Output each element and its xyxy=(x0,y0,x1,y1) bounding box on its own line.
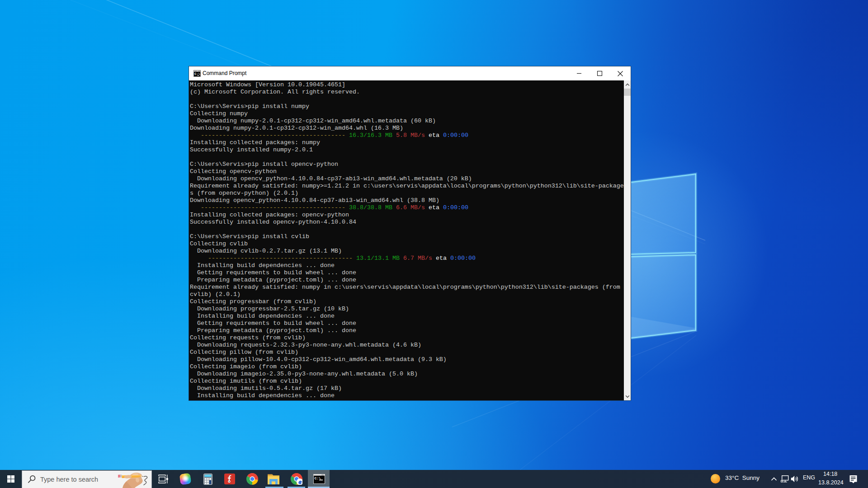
svg-text:C:\: C:\ xyxy=(194,72,200,76)
